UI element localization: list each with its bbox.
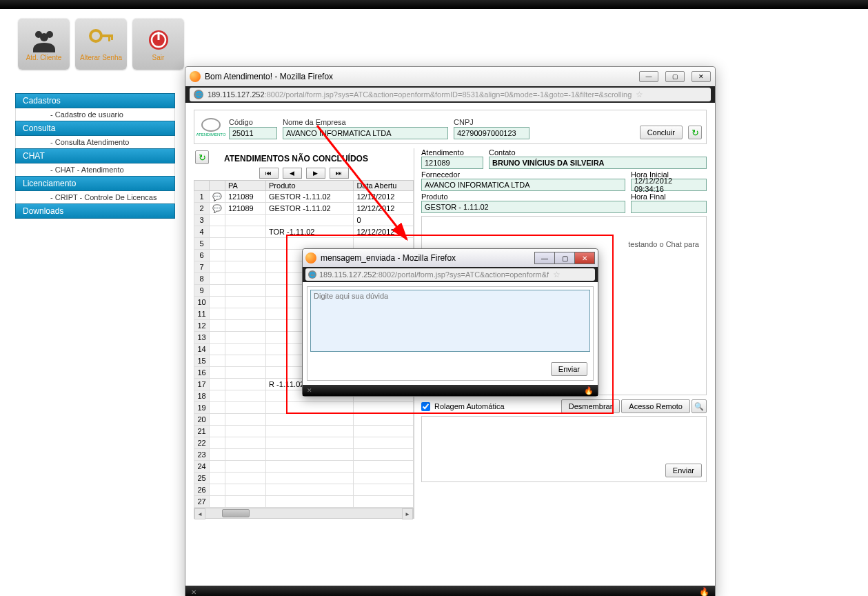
acesso-remoto-button[interactable]: Acesso Remoto [621,399,690,413]
row-chat-icon [210,332,225,344]
table-row[interactable]: 27 [194,496,414,508]
cell-pa [225,273,266,285]
row-chat-icon [210,414,225,426]
maximize-button[interactable]: ▢ [665,71,685,82]
popup-close-button[interactable]: ✕ [574,252,595,264]
cnpj-input[interactable] [454,127,529,139]
table-row[interactable]: 23 [194,449,414,461]
menu-licenciamento[interactable]: Licenciamento [15,176,175,191]
menu-cadastro-usuario[interactable]: - Cadastro de usuario [15,108,175,121]
table-row[interactable]: 30 [194,215,414,226]
grid-horizontal-scrollbar[interactable] [194,508,414,519]
grid-refresh-button[interactable]: ↻ [195,150,209,164]
close-button[interactable]: ✕ [692,71,711,82]
window-title: Bom Atendimento! - Mozilla Firefox [205,72,639,81]
row-number: 24 [194,461,210,473]
table-row[interactable]: 22 [194,437,414,449]
people-icon [30,26,58,54]
popup-minimize-button[interactable]: — [534,252,555,264]
menu-downloads[interactable]: Downloads [15,203,175,219]
row-chat-icon[interactable]: 💬 [210,203,225,215]
cell-pa [225,226,266,238]
enviar-main-button[interactable]: Enviar [665,464,702,477]
zoom-icon[interactable]: 🔍 [692,399,707,413]
cell-produto [266,449,354,461]
menu-chat-atend[interactable]: - CHAT - Atendimento [15,163,175,176]
row-number: 21 [194,426,210,437]
nav-last-button[interactable]: ⏭ [330,168,349,179]
row-chat-icon[interactable]: 💬 [210,191,225,203]
row-number: 26 [194,484,210,496]
cell-pa [225,344,266,355]
col-produto[interactable]: Produto [266,181,354,191]
window-titlebar[interactable]: Bom Atendimento! - Mozilla Firefox — ▢ ✕ [185,67,715,86]
nome-empresa-label: Nome da Empresa [283,118,448,126]
nome-empresa-input[interactable] [283,127,448,139]
menu-cadastros[interactable]: Cadastros [15,93,175,108]
popup-maximize-button[interactable]: ▢ [554,252,575,264]
sair-icon[interactable]: Sair [132,18,184,70]
cell-data: 0 [354,215,414,226]
cell-pa [225,297,266,308]
svg-rect-6 [111,34,113,40]
popup-star-icon[interactable]: ☆ [553,270,561,279]
url-host: 189.115.127.252 [208,90,265,99]
codigo-input[interactable] [229,127,277,139]
popup-titlebar[interactable]: mensagem_enviada - Mozilla Firefox — ▢ ✕ [303,249,598,267]
cell-data [354,461,414,473]
menu-cript[interactable]: - CRIPT - Controle De Licencas [15,191,175,203]
atd-cliente-icon[interactable]: Atd. Cliente [18,18,70,70]
atendimento-label: ATENDIMENTO [196,132,225,137]
popup-url-bar[interactable]: 🌐 189.115.127.252 :8002/portal/form.jsp?… [305,268,595,281]
side-menu: Cadastros - Cadastro de usuario Consulta… [15,93,175,219]
nav-first-button[interactable]: ⏮ [259,168,279,179]
row-number: 11 [194,308,210,320]
nav-prev-button[interactable]: ◀ [283,168,302,179]
row-number: 15 [194,355,210,367]
table-row[interactable]: 2💬121089GESTOR -1.11.0212/12/2012 [194,203,414,215]
cell-pa [225,390,266,402]
row-chat-icon [210,437,225,449]
cell-data [354,496,414,508]
cell-pa [225,402,266,414]
row-number: 19 [194,402,210,414]
concluir-button[interactable]: Concluir [640,126,683,139]
svg-rect-4 [100,34,112,37]
contato-value: BRUNO VINÍCIUS DA SILVEIRA [489,157,707,169]
minimize-button[interactable]: — [639,71,658,82]
row-chat-icon [210,484,225,496]
table-row[interactable]: 26 [194,484,414,496]
alterar-senha-icon[interactable]: Alterar Senha [75,18,127,70]
grid-nav: ⏮ ◀ ▶ ⏭ [194,166,414,180]
popup-enviar-button[interactable]: Enviar [551,362,587,376]
row-chat-icon [210,449,225,461]
duvida-textarea[interactable] [310,290,590,352]
popup-footer-flame-icon: 🔥 [584,386,594,395]
bookmark-star-icon[interactable]: ☆ [636,90,643,99]
header-section: ATENDIMENTO Código Nome da Empresa CNPJ … [194,110,707,144]
row-chat-icon [210,367,225,379]
row-number: 23 [194,449,210,461]
url-bar[interactable]: 🌐 189.115.127.252 :8002/portal/form.jsp?… [190,88,711,101]
popup-url-host: 189.115.127.252 [319,270,376,279]
table-row[interactable]: 25 [194,473,414,484]
row-number: 18 [194,390,210,402]
nav-next-button[interactable]: ▶ [306,168,325,179]
table-row[interactable]: 21 [194,426,414,437]
popup-footer-close-icon[interactable]: ✕ [307,387,312,394]
cnpj-label: CNPJ [454,118,529,126]
col-pa[interactable]: PA [225,181,266,191]
table-row[interactable]: 20 [194,414,414,426]
refresh-button[interactable]: ↻ [688,126,702,139]
cell-produto [266,426,354,437]
menu-consulta-atend[interactable]: - Consulta Atendimento [15,136,175,148]
footer-close-icon[interactable]: ✕ [191,588,196,596]
table-row[interactable]: 24 [194,461,414,473]
message-box[interactable]: Enviar [421,416,707,482]
menu-consulta[interactable]: Consulta [15,121,175,136]
table-row[interactable]: 1💬121089GESTOR -1.11.0212/12/2012 [194,191,414,203]
sair-label: Sair [152,54,165,61]
cell-pa [225,484,266,496]
col-data[interactable]: Data Abertu [354,181,414,191]
menu-chat[interactable]: CHAT [15,148,175,163]
